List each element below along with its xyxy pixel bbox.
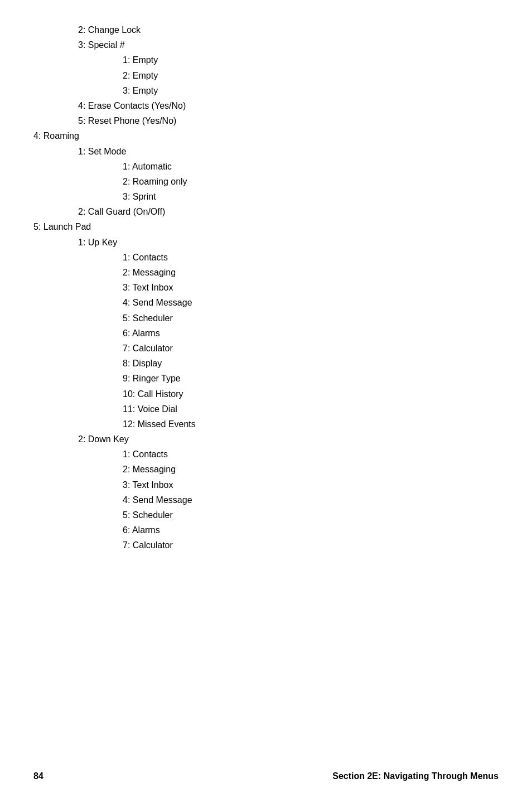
list-item: 3: Sprint	[33, 189, 499, 204]
list-item: 5: Reset Phone (Yes/No)	[33, 113, 499, 128]
list-item: 1: Automatic	[33, 159, 499, 174]
list-item: 2: Call Guard (On/Off)	[33, 204, 499, 219]
list-item: 12: Missed Events	[33, 417, 499, 432]
list-item: 7: Calculator	[33, 341, 499, 356]
list-item: 5: Launch Pad	[33, 219, 499, 234]
list-item: 2: Messaging	[33, 265, 499, 280]
list-item: 1: Empty	[33, 52, 499, 67]
page-number: 84	[33, 771, 43, 781]
list-item: 2: Change Lock	[33, 22, 499, 37]
list-item: 7: Calculator	[33, 538, 499, 553]
list-item: 4: Roaming	[33, 128, 499, 143]
page-content: 2: Change Lock3: Special #1: Empty2: Emp…	[0, 0, 532, 598]
list-item: 5: Scheduler	[33, 507, 499, 523]
list-item: 2: Down Key	[33, 432, 499, 447]
section-label: Section 2E: Navigating Through Menus	[332, 771, 499, 781]
list-item: 3: Text Inbox	[33, 280, 499, 295]
list-item: 1: Up Key	[33, 235, 499, 250]
list-item: 4: Send Message	[33, 295, 499, 310]
list-item: 8: Display	[33, 356, 499, 371]
list-item: 1: Contacts	[33, 447, 499, 462]
list-item: 2: Roaming only	[33, 174, 499, 189]
list-item: 4: Send Message	[33, 492, 499, 507]
list-item: 5: Scheduler	[33, 311, 499, 326]
menu-list: 2: Change Lock3: Special #1: Empty2: Emp…	[33, 22, 499, 553]
list-item: 2: Empty	[33, 68, 499, 83]
list-item: 2: Messaging	[33, 462, 499, 477]
list-item: 11: Voice Dial	[33, 402, 499, 417]
list-item: 6: Alarms	[33, 326, 499, 341]
list-item: 3: Text Inbox	[33, 477, 499, 492]
list-item: 4: Erase Contacts (Yes/No)	[33, 98, 499, 113]
list-item: 10: Call History	[33, 386, 499, 402]
list-item: 3: Empty	[33, 83, 499, 98]
list-item: 3: Special #	[33, 37, 499, 52]
list-item: 1: Set Mode	[33, 144, 499, 159]
list-item: 9: Ringer Type	[33, 371, 499, 386]
list-item: 6: Alarms	[33, 523, 499, 538]
page-footer: 84 Section 2E: Navigating Through Menus	[0, 771, 532, 781]
list-item: 1: Contacts	[33, 250, 499, 265]
